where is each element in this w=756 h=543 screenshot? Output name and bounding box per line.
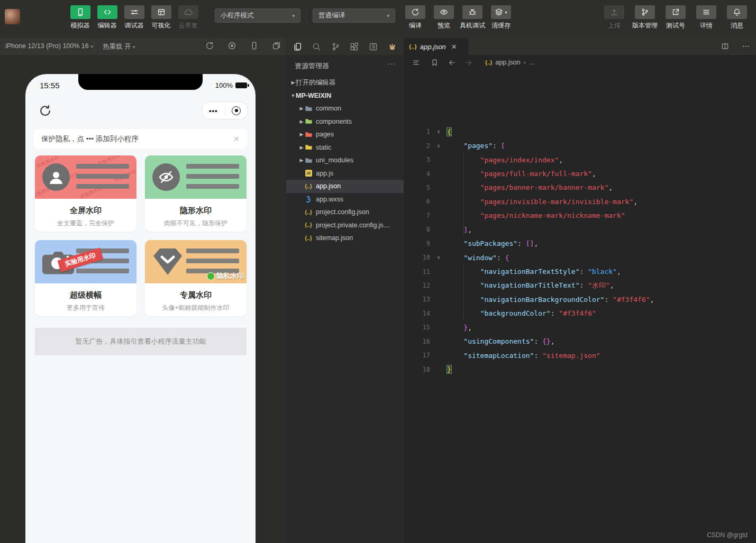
上传-button: 上传 — [599, 5, 630, 30]
code-line-1: 1∨{ — [404, 125, 756, 139]
compile-mode-dropdown[interactable]: 普通编译 ▾ — [313, 8, 395, 23]
file-tree: ▶打开的编辑器▼MP-WEIXIN▶common▶components▶page… — [286, 76, 404, 245]
fold-chevron-icon[interactable]: ∨ — [430, 129, 447, 134]
explorer-more-icon[interactable]: ··· — [387, 59, 396, 68]
tree-item-app.js[interactable]: JSapp.js — [286, 167, 404, 180]
编译-button[interactable]: 编译 — [401, 5, 430, 30]
layout-icon — [151, 5, 171, 19]
code-line-12: 12 "navigationBarTitleText": "水印", — [404, 279, 756, 292]
layers-icon: ▾ — [491, 5, 511, 19]
explorer-title: 资源管理器 — [295, 61, 329, 71]
tree-item-sitemap.json[interactable]: {..}sitemap.json — [286, 232, 404, 245]
extensions-icon[interactable] — [350, 42, 359, 51]
tree-item-app.wxss[interactable]: ℨapp.wxss — [286, 193, 404, 206]
breadcrumb-file[interactable]: app.json — [495, 59, 520, 66]
card-full-watermark[interactable]: 实验用水印 实验用水印 实验用水印 实验用水印 实验用水印 实验用水印 全屏水印 — [35, 155, 136, 232]
upload-icon — [604, 5, 624, 19]
code-line-11: 11 "navigationBarTextStyle": "black", — [404, 264, 756, 278]
more-menu-button[interactable]: ••• — [202, 107, 225, 115]
back-icon[interactable] — [448, 59, 456, 67]
close-tab-icon[interactable]: ✕ — [451, 43, 457, 51]
exit-button[interactable] — [225, 106, 248, 115]
测试号-button[interactable]: 测试号 — [660, 5, 691, 30]
tree-item-project.private.config.js…[interactable]: {..}project.private.config.js… — [286, 219, 404, 232]
eye-icon — [434, 5, 454, 19]
真机调试-button[interactable]: 真机调试 — [458, 5, 487, 30]
files-icon[interactable] — [293, 42, 302, 51]
privacy-banner: 保护隐私，点 ••• 添加到小程序 ✕ — [34, 129, 247, 149]
compile-mode-label: 普通编译 — [318, 11, 345, 20]
card-banner-watermark[interactable]: 实验用水印 超级横幅 更多用于宣传 — [35, 240, 136, 316]
more-actions-icon[interactable] — [742, 42, 750, 50]
code-line-3: 3 "pages/index/index", — [404, 153, 756, 167]
chevron-down-icon: ▾ — [292, 13, 295, 19]
tree-item-components[interactable]: ▶components — [286, 115, 404, 128]
tree-item-app.json[interactable]: {..}app.json — [286, 180, 404, 193]
branch-icon[interactable] — [331, 42, 340, 51]
调试器-button[interactable]: 调试器 — [121, 5, 148, 30]
breadcrumb-more[interactable]: ... — [529, 59, 534, 66]
code-line-9: 9 "subPackages": [], — [404, 237, 756, 251]
tree-item-uni_modules[interactable]: ▶uni_modules — [286, 154, 404, 167]
sliders-icon — [124, 5, 144, 19]
tree-item-static[interactable]: ▶static — [286, 141, 404, 154]
wxss-file-icon: ℨ — [304, 196, 313, 203]
code-icon — [97, 5, 117, 19]
chevron-down-icon: ▾ — [387, 13, 389, 19]
card-subtitle: 头像+昵称就能制作水印 — [145, 303, 247, 312]
json-file-icon: {..} — [409, 43, 417, 50]
external-icon — [666, 5, 686, 19]
phone-icon — [70, 5, 90, 19]
tree-item-pages[interactable]: ▶pages — [286, 128, 404, 141]
paw-icon[interactable] — [388, 42, 397, 51]
device-selector[interactable]: iPhone 12/13 (Pro) 100% 16 ▾ — [5, 42, 93, 50]
版本管理-button[interactable]: 版本管理 — [630, 5, 660, 30]
cloud-icon — [178, 5, 198, 19]
close-icon[interactable]: ✕ — [233, 134, 240, 144]
simulator-toolbar: iPhone 12/13 (Pro) 100% 16 ▾ 热重载 开 ▾ — [0, 38, 286, 55]
sbox-icon[interactable] — [369, 42, 378, 51]
tree-item-common[interactable]: ▶common — [286, 102, 404, 115]
windows-icon[interactable] — [272, 41, 281, 50]
mode-dropdown[interactable]: 小程序模式 ▾ — [215, 8, 300, 23]
清缓存-button[interactable]: ▾清缓存 — [487, 5, 515, 30]
divider — [94, 41, 94, 52]
详情-button[interactable]: 详情 — [691, 5, 722, 30]
outline-icon[interactable] — [412, 59, 420, 67]
split-editor-icon[interactable] — [721, 42, 729, 50]
refresh-icon[interactable] — [205, 41, 214, 50]
forward-icon[interactable] — [464, 59, 472, 67]
privacy-watermark-badge: 隐私水印 — [207, 271, 244, 281]
tree-item-project.config.json[interactable]: {..}project.config.json — [286, 206, 404, 219]
tree-item-打开的编辑器[interactable]: ▶打开的编辑器 — [286, 76, 404, 89]
json-file-icon: {..} — [304, 208, 313, 216]
模拟器-button[interactable]: 模拟器 — [67, 5, 94, 30]
toolbar-divider — [306, 8, 307, 23]
json-file-icon: {..} — [304, 234, 313, 242]
code-editor[interactable]: 1∨{2∨ "pages": [3 "pages/index/index",4 … — [404, 125, 756, 543]
fold-chevron-icon[interactable]: ∨ — [430, 255, 447, 260]
tab-app-json[interactable]: {..} app.json ✕ — [404, 38, 468, 55]
user-avatar[interactable] — [5, 9, 20, 24]
bug-icon — [462, 5, 482, 19]
device-icon[interactable] — [250, 41, 259, 50]
card-nickname-watermark[interactable]: 隐私水印 专属水印 头像+昵称就能制作水印 — [145, 240, 247, 316]
folder-icon — [304, 131, 313, 138]
消息-button[interactable]: 消息 — [722, 5, 752, 30]
tree-item-MP-WEIXIN[interactable]: ▼MP-WEIXIN — [286, 89, 404, 103]
privacy-banner-text: 保护隐私，点 ••• 添加到小程序 — [41, 134, 139, 144]
hot-reload-toggle[interactable]: 热重载 开 ▾ — [103, 42, 135, 51]
json-file-icon: {..} — [304, 182, 313, 190]
editor-navbar: {..} app.json › ... — [404, 55, 756, 70]
reload-icon[interactable] — [38, 104, 52, 118]
编辑器-button[interactable]: 编辑器 — [94, 5, 121, 30]
预览-button[interactable]: 预览 — [430, 5, 458, 30]
card-title: 超级横幅 — [35, 290, 136, 300]
watermark-card-grid: 实验用水印 实验用水印 实验用水印 实验用水印 实验用水印 实验用水印 全屏水印 — [35, 155, 247, 316]
card-invisible-watermark[interactable]: 隐形水印 肉眼不可见，隐形保护 — [145, 155, 247, 232]
可视化-button[interactable]: 可视化 — [148, 5, 175, 30]
search-icon[interactable] — [312, 42, 321, 51]
fold-chevron-icon[interactable]: ∨ — [430, 143, 447, 149]
bookmark-icon[interactable] — [431, 59, 439, 67]
record-icon[interactable] — [227, 41, 236, 50]
